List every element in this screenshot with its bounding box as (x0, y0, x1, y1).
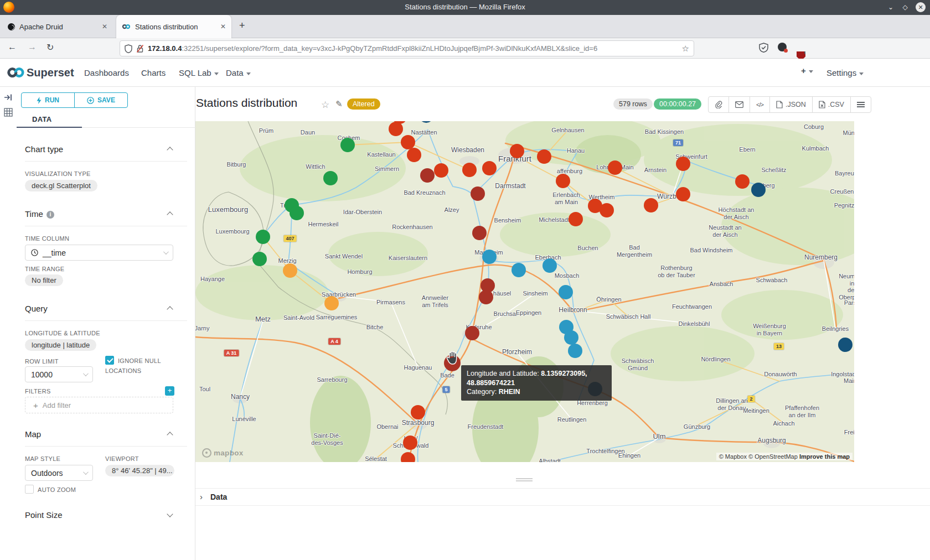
section-map[interactable]: Map (25, 429, 41, 439)
map-point[interactable] (482, 161, 497, 175)
map-style-select[interactable]: Outdoors (25, 465, 93, 481)
expand-icon[interactable] (167, 511, 173, 517)
new-tab-button[interactable]: + (239, 20, 245, 32)
map-point[interactable] (290, 206, 304, 220)
favorite-star-icon[interactable]: ☆ (321, 99, 329, 111)
row-limit-select[interactable]: 10000 (25, 366, 93, 382)
time-range-value[interactable]: No filter (25, 274, 63, 286)
map-point[interactable] (340, 138, 355, 152)
brand-name[interactable]: Superset (27, 66, 74, 79)
export-json-button[interactable]: .JSON (770, 97, 813, 112)
run-button[interactable]: RUN (22, 93, 75, 107)
bookmark-star-icon[interactable]: ☆ (682, 44, 689, 54)
map-point[interactable] (472, 226, 487, 240)
save-button[interactable]: SAVE (75, 93, 127, 107)
chart-title[interactable]: Stations distribution (196, 96, 297, 110)
ignore-null-checkbox[interactable] (105, 356, 114, 365)
map-point[interactable] (600, 203, 614, 217)
embed-code-button[interactable]: </> (750, 97, 770, 112)
collapse-icon[interactable] (167, 147, 173, 153)
map-point[interactable] (676, 157, 690, 171)
map-point[interactable] (838, 338, 852, 352)
map-point[interactable] (465, 326, 479, 340)
mapbox-logo[interactable]: mapbox (202, 448, 244, 458)
close-window-icon[interactable]: ✕ (916, 2, 926, 12)
map-point[interactable] (568, 344, 582, 358)
export-csv-button[interactable]: .CSV (813, 97, 851, 112)
maximize-icon[interactable]: ◇ (900, 2, 910, 12)
viewport-value[interactable]: 8° 46' 45.28" | 49... (105, 465, 174, 476)
forward-button[interactable]: → (28, 42, 37, 52)
auto-zoom-checkbox[interactable] (25, 485, 34, 494)
collapse-icon[interactable] (167, 432, 173, 438)
reload-button[interactable]: ↻ (46, 42, 54, 53)
data-expander[interactable]: › Data (195, 488, 930, 506)
shield-check-extension-icon[interactable] (759, 43, 768, 53)
more-options-button[interactable] (851, 97, 871, 112)
map-point[interactable] (510, 144, 524, 158)
map-point[interactable] (323, 171, 338, 185)
map-point[interactable] (751, 183, 766, 197)
map-point[interactable] (644, 198, 658, 212)
map-point[interactable] (537, 149, 551, 164)
map-point[interactable] (471, 186, 485, 201)
map-point[interactable] (559, 285, 573, 299)
nav-data[interactable]: Data (226, 68, 251, 77)
expand-panel-icon[interactable] (4, 94, 13, 101)
dataset-grid-icon[interactable] (4, 108, 13, 117)
url-text[interactable]: 172.18.0.4:32251/superset/explore/?form_… (148, 44, 678, 53)
minimize-icon[interactable]: ⌄ (886, 2, 896, 12)
map-point[interactable] (434, 163, 448, 178)
section-time[interactable]: Timei (25, 209, 54, 219)
map-point[interactable] (735, 174, 750, 189)
map-point[interactable] (403, 435, 417, 450)
map-point[interactable] (283, 263, 297, 278)
section-point-size[interactable]: Point Size (25, 510, 63, 520)
url-bar[interactable]: 172.18.0.4:32251/superset/explore/?form_… (120, 40, 694, 56)
window-titlebar[interactable]: Stations distribution — Mozilla Firefox … (0, 0, 930, 15)
map-point[interactable] (542, 258, 557, 273)
section-chart-type[interactable]: Chart type (25, 144, 63, 154)
close-tab-icon[interactable]: ✕ (102, 23, 107, 30)
map-point[interactable] (252, 252, 267, 266)
add-new-button[interactable]: + (801, 66, 813, 75)
nav-dashboards[interactable]: Dashboards (84, 68, 129, 77)
map-attribution[interactable]: © Mapbox © OpenStreetMap Improve this ma… (716, 453, 852, 460)
map-point[interactable] (389, 122, 403, 136)
add-filter-plus-button[interactable]: + (165, 386, 174, 396)
collapse-icon[interactable] (167, 211, 173, 217)
close-tab-icon[interactable]: ✕ (220, 23, 226, 30)
map-point[interactable] (608, 160, 622, 175)
map-point[interactable] (420, 168, 435, 183)
map-point[interactable] (407, 148, 421, 162)
edit-title-icon[interactable]: ✎ (335, 99, 343, 109)
collapse-icon[interactable] (167, 306, 173, 312)
map-point[interactable] (256, 230, 270, 244)
settings-menu[interactable]: Settings (826, 68, 864, 77)
map-point[interactable] (324, 296, 339, 310)
lonlat-value[interactable]: longitude | latitude (25, 339, 96, 351)
tracking-shield-icon[interactable] (125, 44, 132, 53)
map-point[interactable] (512, 263, 526, 277)
tab-data[interactable]: DATA (32, 115, 51, 123)
mask-extension-icon[interactable] (778, 43, 787, 51)
map-point[interactable] (479, 290, 493, 304)
add-filter-dropzone[interactable]: + Add filter (25, 397, 173, 413)
tab-apache-druid[interactable]: Apache Druid ✕ (2, 15, 113, 38)
tab-stations-distribution[interactable]: Stations distribution ✕ (116, 15, 231, 38)
email-button[interactable] (729, 97, 750, 112)
map-point[interactable] (569, 212, 583, 226)
altered-badge[interactable]: Altered (347, 98, 380, 110)
nav-sql-lab[interactable]: SQL Lab (179, 68, 219, 77)
nav-charts[interactable]: Charts (141, 68, 166, 77)
back-button[interactable]: ← (8, 42, 17, 52)
deckgl-map[interactable]: PrümDaunCochemNastättenGelnhausenBad Kis… (195, 121, 854, 462)
map-point[interactable] (676, 187, 690, 201)
section-query[interactable]: Query (25, 304, 48, 313)
resize-handle[interactable] (516, 478, 533, 479)
time-column-select[interactable]: __time (25, 245, 173, 261)
map-point[interactable] (556, 174, 570, 188)
share-link-button[interactable] (709, 97, 729, 112)
map-point[interactable] (462, 163, 477, 177)
map-point[interactable] (482, 250, 497, 264)
